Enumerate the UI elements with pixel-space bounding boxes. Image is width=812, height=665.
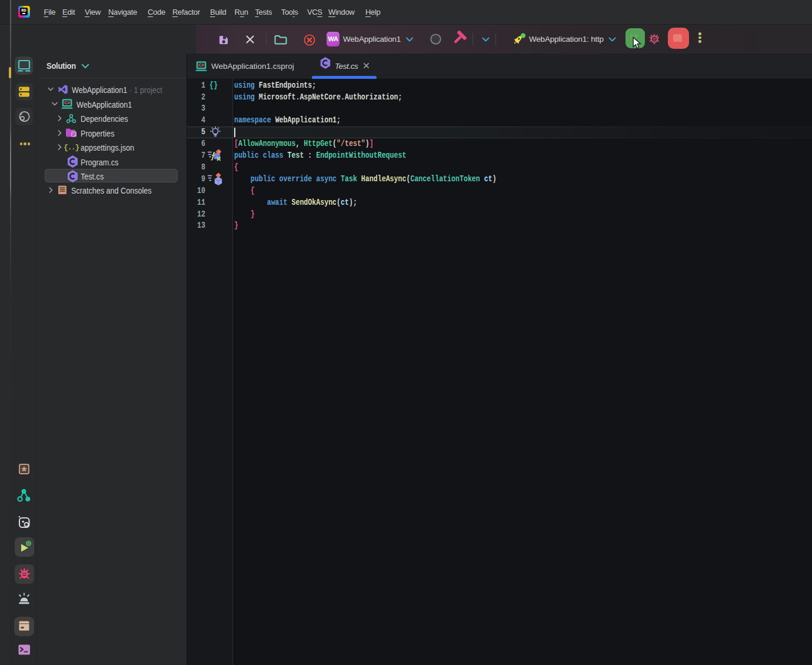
- svg-text:C#: C#: [64, 100, 71, 105]
- svg-text:C#: C#: [198, 62, 205, 68]
